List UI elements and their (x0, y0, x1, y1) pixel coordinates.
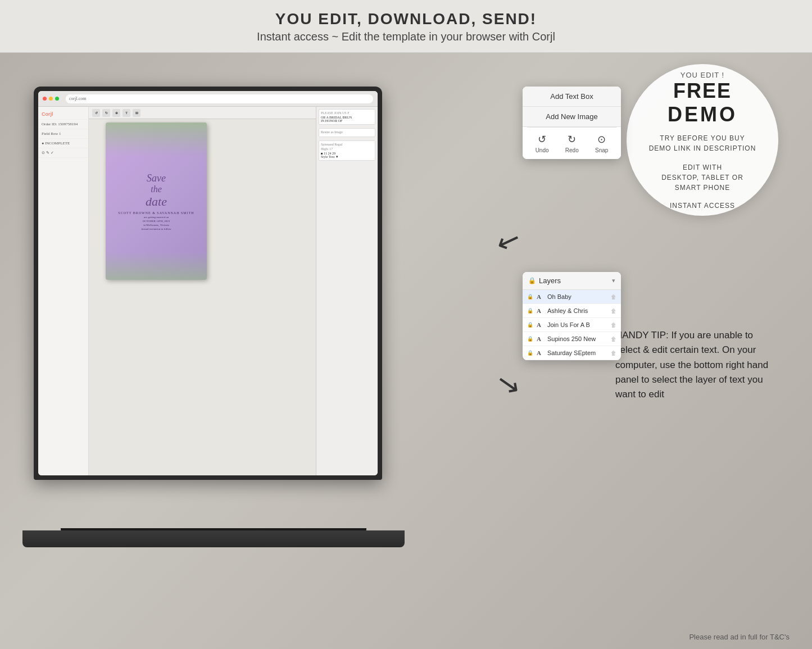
toolbar-btn-5: ⊞ (133, 109, 140, 117)
panel-text-section: PLEASE JOIN US F OR A BRIDAL BRUN IN HON… (319, 109, 375, 125)
snap-icon: ⊙ (597, 133, 606, 146)
layer-delete-icon-2[interactable]: 🗑 (611, 308, 616, 314)
layer-item-saturday[interactable]: 🔒 A Saturday SEptem 🗑 (523, 346, 621, 360)
layers-header: 🔒 Layers ▾ (523, 272, 621, 290)
laptop-area: corjl.com Corjl Order ID: 1509758194 Fie… (22, 70, 416, 547)
url-text: corjl.com (69, 96, 86, 101)
demo-free-text: FREE (673, 79, 732, 103)
layer-delete-icon-1[interactable]: 🗑 (611, 294, 616, 300)
sidebar-order: Order ID: 1509758194 (38, 120, 88, 129)
undo-icon: ↺ (538, 133, 546, 146)
main-area: corjl.com Corjl Order ID: 1509758194 Fie… (0, 53, 812, 649)
layer-type-3: A (537, 321, 545, 328)
layer-lock-icon-4: 🔒 (527, 336, 534, 342)
undo-item[interactable]: ↺ Undo (536, 133, 549, 153)
editor-toolbar: ↺ ↻ ⊕ T ⊞ (89, 107, 316, 119)
laptop-body: corjl.com Corjl Order ID: 1509758194 Fie… (22, 87, 405, 547)
layer-lock-icon-2: 🔒 (527, 308, 534, 314)
sidebar-icons: ⊙ ✎ ✓ (38, 148, 88, 158)
demo-edit-text: EDIT WITH DESKTOP, TABLET OR SMART PHONE (661, 162, 743, 193)
demo-try-text: TRY BEFORE YOU BUY DEMO LINK IN DESCRIPT… (649, 133, 756, 153)
card-date-line: OCTOBER 14TH, 2023 (111, 220, 202, 223)
layers-panel: 🔒 Layers ▾ 🔒 A Oh Baby 🗑 🔒 A Ashley & Ch… (523, 272, 621, 360)
arrow-icon-1: ↙ (492, 221, 525, 260)
corjl-canvas: ↺ ↻ ⊕ T ⊞ Save (89, 107, 316, 475)
layer-delete-icon-4[interactable]: 🗑 (611, 336, 616, 342)
demo-circle: YOU EDIT ! FREE DEMO TRY BEFORE YOU BUY … (627, 64, 778, 216)
layers-title-row: 🔒 Layers (528, 276, 561, 285)
layer-type-4: A (537, 335, 545, 342)
save-date-card: Save the date SCOTT BROWNE & SAVANNAH SM… (106, 122, 207, 280)
toolbar-btn-3: ⊕ (112, 109, 120, 117)
card-location: in Melbourne, Victoria (111, 224, 202, 226)
demo-demo-text: DEMO (668, 103, 737, 126)
banner-line1: YOU EDIT, DOWNLOAD, SEND! (0, 10, 812, 28)
card-formal: formal invitation to follow (111, 228, 202, 230)
corjl-editor: Corjl Order ID: 1509758194 Field Row 1 ●… (38, 107, 378, 475)
fp-icons-row: ↺ Undo ↻ Redo ⊙ Snap (523, 128, 621, 159)
laptop-base (22, 530, 405, 547)
layer-type-5: A (537, 350, 545, 356)
handy-tip-text: HANDY TIP: If you are unable to select &… (615, 328, 778, 402)
card-save-text: Save (111, 173, 202, 184)
sidebar-field: Field Row 1 (38, 129, 88, 139)
toolbar-btn-4: T (123, 109, 130, 117)
panel-style-section: Spinnand Regul High: 17 ■ 11 24 29 Style… (319, 140, 375, 161)
banner-line2: Instant access ~ Edit the template in yo… (0, 30, 812, 43)
add-new-image-button[interactable]: Add New Image (523, 107, 621, 127)
layer-type-2: A (537, 307, 545, 314)
layer-item-join-us[interactable]: 🔒 A Join Us For A B 🗑 (523, 318, 621, 332)
card-date-text: date (111, 194, 202, 209)
redo-label: Redo (565, 147, 579, 153)
layer-lock-icon-1: 🔒 (527, 294, 534, 299)
handy-tip-section: HANDY TIP: If you are unable to select &… (615, 328, 778, 402)
sidebar-status: ● INCOMPLETE (38, 139, 88, 148)
layers-title-text: Layers (539, 276, 561, 285)
layers-lock-icon: 🔒 (528, 277, 536, 284)
layer-type-1: A (537, 293, 545, 300)
card-the-text: the (111, 184, 202, 194)
laptop-screen: corjl.com Corjl Order ID: 1509758194 Fie… (34, 87, 382, 480)
layer-item-oh-baby[interactable]: 🔒 A Oh Baby 🗑 (523, 290, 621, 304)
close-dot (43, 97, 47, 101)
layer-delete-icon-3[interactable]: 🗑 (611, 322, 616, 328)
floral-bottom (106, 252, 207, 280)
browser-chrome: corjl.com (38, 91, 378, 107)
address-bar[interactable]: corjl.com (66, 94, 373, 103)
card-text: Save the date SCOTT BROWNE & SAVANNAH SM… (111, 173, 202, 230)
corjl-sidebar: Corjl Order ID: 1509758194 Field Row 1 ●… (38, 107, 89, 475)
layer-name-4: Supinos 250 New (547, 335, 608, 342)
corjl-right-panel: PLEASE JOIN US F OR A BRIDAL BRUN IN HON… (316, 107, 378, 475)
redo-item[interactable]: ↻ Redo (565, 133, 579, 153)
snap-label: Snap (595, 147, 608, 153)
layer-name-3: Join Us For A B (547, 321, 608, 328)
top-banner: YOU EDIT, DOWNLOAD, SEND! Instant access… (0, 0, 812, 53)
undo-label: Undo (536, 147, 549, 153)
toolbar-btn-1: ↺ (92, 109, 100, 117)
layer-lock-icon-3: 🔒 (527, 322, 534, 328)
redo-icon: ↻ (568, 133, 576, 146)
arrow-icon-2: ↙ (493, 366, 522, 402)
card-getting-married: are getting married on (111, 216, 202, 219)
minimize-dot (49, 97, 53, 101)
demo-instant-text: INSTANT ACCESS (670, 202, 735, 210)
layer-name-2: Ashley & Chris (547, 307, 608, 314)
snap-item[interactable]: ⊙ Snap (595, 133, 608, 153)
add-text-box-button[interactable]: Add Text Box (523, 87, 621, 107)
screen-inner: corjl.com Corjl Order ID: 1509758194 Fie… (38, 91, 378, 475)
floral-top (106, 122, 207, 156)
layer-delete-icon-5[interactable]: 🗑 (611, 350, 616, 356)
layer-name-1: Oh Baby (547, 293, 608, 300)
floating-toolbar-panel: Add Text Box Add New Image ↺ Undo ↻ Redo… (523, 87, 621, 159)
layer-name-5: Saturday SEptem (547, 350, 608, 356)
tnc-text: Please read ad in full for T&C's (689, 633, 790, 641)
maximize-dot (55, 97, 59, 101)
layer-item-ashley-chris[interactable]: 🔒 A Ashley & Chris 🗑 (523, 304, 621, 318)
toolbar-btn-2: ↻ (102, 109, 110, 117)
layers-chevron-icon: ▾ (612, 277, 615, 284)
demo-you-edit-text: YOU EDIT ! (681, 71, 724, 79)
panel-image-section: Resize as Image (319, 128, 375, 137)
layer-item-supinos[interactable]: 🔒 A Supinos 250 New 🗑 (523, 332, 621, 346)
card-names-text: SCOTT BROWNE & SAVANNAH SMITH (111, 211, 202, 215)
sidebar-logo: Corjl (38, 109, 88, 120)
